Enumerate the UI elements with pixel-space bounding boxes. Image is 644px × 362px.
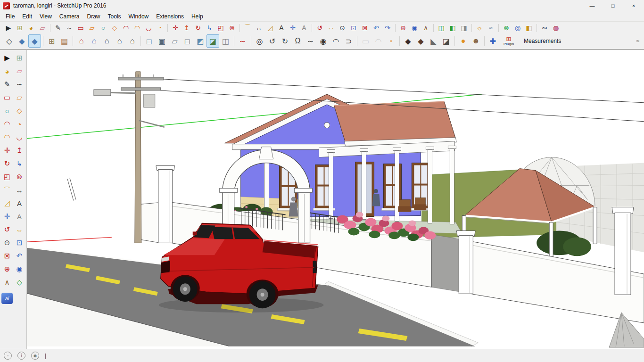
circle-tool-icon[interactable]: ○ bbox=[98, 22, 109, 34]
wireframe-style-icon[interactable]: ▱ bbox=[168, 34, 181, 48]
curve-cw-icon[interactable]: ↻ bbox=[279, 34, 291, 48]
text-tool-icon[interactable]: A bbox=[276, 22, 287, 34]
arc-tool-icon[interactable]: ◠ bbox=[1, 117, 13, 131]
section-plane-icon[interactable]: ◫ bbox=[436, 22, 447, 34]
curve-wave-icon[interactable]: ∼ bbox=[304, 34, 317, 48]
style-swoosh-icon[interactable]: ∾ bbox=[539, 22, 550, 34]
shaded-style-icon[interactable]: ◩ bbox=[194, 34, 206, 48]
plane-tool-icon[interactable]: ◪ bbox=[440, 34, 453, 48]
bezier-tool-icon[interactable]: ◦ bbox=[385, 34, 397, 48]
protractor-tool-icon[interactable]: ◿ bbox=[264, 22, 276, 34]
ai-plugin-button[interactable]: ai bbox=[1, 293, 13, 304]
freehand-tool-icon[interactable]: ∼ bbox=[64, 22, 75, 34]
eraser-icon[interactable]: ▱ bbox=[13, 65, 25, 78]
look-around-icon[interactable]: ◉ bbox=[13, 263, 25, 276]
credits-status-icon[interactable]: i bbox=[17, 352, 25, 360]
curve-circle-icon[interactable]: ◎ bbox=[253, 34, 266, 48]
materials-cabinet-icon[interactable]: ▤ bbox=[58, 34, 71, 48]
dimension-tool-icon[interactable]: ↔ bbox=[253, 22, 264, 34]
solid-arrow-icon[interactable]: ◆ bbox=[402, 34, 414, 48]
component-stack-icon[interactable]: ⊞ bbox=[45, 34, 58, 48]
tool-disabled-2-icon[interactable]: ◠ bbox=[372, 34, 385, 48]
close-button[interactable]: × bbox=[623, 0, 644, 11]
scale-tool-icon[interactable]: ◰ bbox=[215, 22, 226, 34]
shadow-orb-icon[interactable]: ● bbox=[457, 34, 470, 48]
paint-bucket-icon[interactable]: ◕ bbox=[1, 65, 13, 78]
section-display-icon[interactable]: ◨ bbox=[458, 22, 470, 34]
make-component-icon[interactable]: ⊞ bbox=[14, 22, 25, 34]
curve-arc-icon[interactable]: ◠ bbox=[330, 34, 342, 48]
plugin-button[interactable]: ⊞ Plugin bbox=[500, 34, 517, 49]
axes-tool-icon[interactable]: ✛ bbox=[287, 22, 298, 34]
dimension-tool-icon[interactable]: ↔ bbox=[13, 183, 25, 197]
pyramid-tool-icon[interactable]: ◣ bbox=[427, 34, 440, 48]
offset-tool-icon[interactable]: ⊚ bbox=[226, 22, 238, 34]
select-tool-icon[interactable]: ▶ bbox=[3, 22, 14, 34]
orbit-tool-icon[interactable]: ↺ bbox=[1, 223, 13, 236]
extensions-menu[interactable]: Extensions bbox=[152, 12, 188, 21]
push-pull-tool-icon[interactable]: ↥ bbox=[13, 144, 25, 157]
eraser-icon[interactable]: ▱ bbox=[37, 22, 48, 34]
camera-menu[interactable]: Camera bbox=[56, 12, 83, 21]
add-location-icon[interactable]: ⊛ bbox=[501, 22, 512, 34]
edit-menu[interactable]: Edit bbox=[18, 12, 36, 21]
section-fill-icon[interactable]: ◧ bbox=[447, 22, 458, 34]
push-pull-tool-icon[interactable]: ↥ bbox=[181, 22, 192, 34]
follow-me-tool-icon[interactable]: ↳ bbox=[204, 22, 215, 34]
three-point-arc-icon[interactable]: ◡ bbox=[13, 131, 25, 144]
pan-tool-icon[interactable]: ⇔ bbox=[13, 223, 25, 236]
axes-tool-icon[interactable]: ✛ bbox=[1, 210, 13, 223]
scale-tool-icon[interactable]: ◰ bbox=[1, 170, 13, 183]
back-edges-style-icon[interactable]: ▣ bbox=[156, 34, 168, 48]
rectangle-tool-icon[interactable]: ▭ bbox=[75, 22, 86, 34]
rotated-rectangle-icon[interactable]: ▱ bbox=[13, 91, 25, 104]
plugin-blue-icon[interactable]: ✚ bbox=[487, 34, 499, 48]
blue-box-tool-icon[interactable]: ◆ bbox=[16, 34, 28, 48]
maximize-button[interactable]: □ bbox=[603, 0, 623, 11]
xray-style-icon[interactable]: ◻ bbox=[143, 34, 156, 48]
line-tool-icon[interactable]: ✎ bbox=[1, 78, 13, 91]
help-menu[interactable]: Help bbox=[188, 12, 207, 21]
zoom-window-icon[interactable]: ⊡ bbox=[13, 236, 25, 249]
tape-measure-icon[interactable]: ⌒ bbox=[1, 183, 13, 197]
orbit-tool-icon[interactable]: ↺ bbox=[314, 22, 325, 34]
back-view-icon[interactable]: ⌂ bbox=[126, 34, 139, 48]
move-tool-icon[interactable]: ✛ bbox=[170, 22, 181, 34]
walk-tool-icon[interactable]: ∧ bbox=[420, 22, 431, 34]
materials-icon[interactable]: ◧ bbox=[523, 22, 535, 34]
shadows-icon[interactable]: ☼ bbox=[474, 22, 485, 34]
zoom-previous-icon[interactable]: ↶ bbox=[371, 22, 382, 34]
arc-tool-icon[interactable]: ◠ bbox=[120, 22, 132, 34]
two-point-arc-icon[interactable]: ◠ bbox=[1, 131, 13, 144]
draw-menu[interactable]: Draw bbox=[83, 12, 104, 21]
curve-s-icon[interactable]: ⊃ bbox=[342, 34, 355, 48]
right-view-icon[interactable]: ⌂ bbox=[113, 34, 126, 48]
file-menu[interactable]: File bbox=[2, 12, 18, 21]
curve-spiral-icon[interactable]: ◉ bbox=[317, 34, 330, 48]
zoom-window-icon[interactable]: ⊡ bbox=[348, 22, 359, 34]
curve-ccw-icon[interactable]: ↺ bbox=[266, 34, 279, 48]
zoom-next-icon[interactable]: ↷ bbox=[382, 22, 393, 34]
minimize-button[interactable]: — bbox=[582, 0, 603, 11]
make-component-icon[interactable]: ⊞ bbox=[13, 51, 25, 65]
claim-status-icon[interactable]: ◦ bbox=[4, 352, 12, 360]
protractor-tool-icon[interactable]: ◿ bbox=[1, 197, 13, 210]
zoom-extents-icon[interactable]: ⊠ bbox=[1, 249, 13, 263]
shaded-textures-style-icon[interactable]: ◪ bbox=[206, 34, 219, 48]
model-info-icon[interactable]: ◎ bbox=[512, 22, 523, 34]
three-d-text-icon[interactable]: A bbox=[298, 22, 310, 34]
monochrome-style-icon[interactable]: ◫ bbox=[219, 34, 232, 48]
zoom-previous-icon[interactable]: ↶ bbox=[13, 249, 25, 263]
rotate-tool-icon[interactable]: ↻ bbox=[192, 22, 204, 34]
line-tool-icon[interactable]: ✎ bbox=[52, 22, 64, 34]
follow-me-tool-icon[interactable]: ↳ bbox=[13, 157, 25, 170]
section-plane-icon[interactable]: ◇ bbox=[13, 276, 25, 289]
tape-measure-icon[interactable]: ⌒ bbox=[242, 22, 253, 34]
tool-disabled-icon[interactable]: ▭ bbox=[359, 34, 372, 48]
freehand-red-icon[interactable]: ∼ bbox=[236, 34, 249, 48]
curve-omega-icon[interactable]: Ω bbox=[291, 34, 304, 48]
view-menu[interactable]: View bbox=[36, 12, 56, 21]
zoom-tool-icon[interactable]: ⊙ bbox=[337, 22, 348, 34]
solid-arrow-2-icon[interactable]: ◆ bbox=[414, 34, 427, 48]
top-view-icon[interactable]: ⌂ bbox=[88, 34, 100, 48]
